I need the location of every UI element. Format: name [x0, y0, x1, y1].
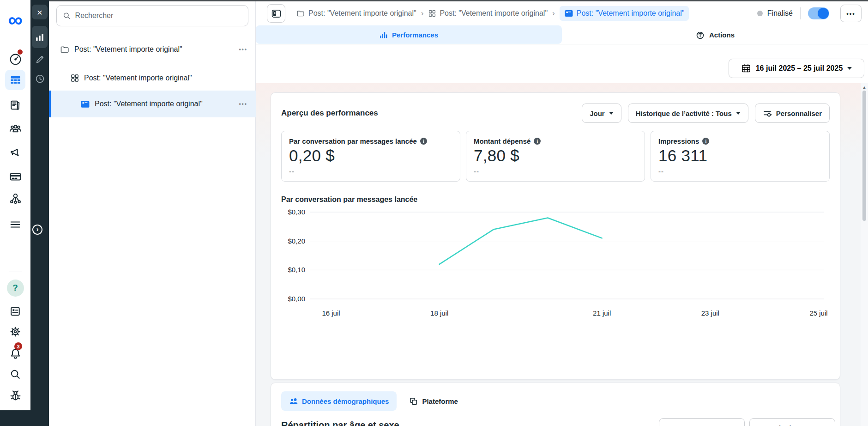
breadcrumb-campaign[interactable]: Post: "Vetement importe original" — [296, 9, 416, 18]
sidebar-item-help[interactable]: ? — [0, 279, 30, 297]
scroll-up-arrow-icon[interactable]: ▲ — [861, 83, 868, 90]
tab-actions[interactable]: Actions — [562, 25, 868, 44]
metric-sub: -- — [658, 167, 822, 175]
performance-chart: $0,30$0,20$0,10$0,0016 juil18 juil21 jui… — [281, 206, 831, 321]
chevron-down-icon — [736, 112, 741, 115]
breadcrumb-label: Post: "Vetement importe original" — [577, 9, 685, 18]
tab-label: Plateforme — [422, 397, 458, 405]
strip-item-history[interactable] — [32, 71, 48, 86]
sidebar-item-overview[interactable] — [0, 52, 30, 67]
view-tabs: Performances Actions — [256, 25, 868, 44]
tab-platform[interactable]: Plateforme — [401, 391, 466, 411]
chevron-right-icon: › — [421, 9, 424, 18]
platform-layers-icon — [409, 397, 418, 406]
breakdown-filter-dropdown[interactable]: Tous — [659, 418, 745, 426]
sidebar-item-billing[interactable] — [0, 169, 30, 184]
svg-text:16 juil: 16 juil — [322, 309, 340, 317]
sidebar-item-assets[interactable] — [0, 190, 30, 206]
breadcrumb-label: Post: "Vetement importe original" — [308, 9, 416, 18]
filter-label: Tous — [689, 424, 705, 426]
strip-item-charts[interactable] — [32, 26, 48, 48]
chevron-right-icon: › — [552, 9, 555, 18]
global-nav-rail: ∞ — [0, 0, 30, 410]
breadcrumb-ad-active[interactable]: Post: "Vetement importe original" — [560, 6, 689, 21]
sidebar-item-audiences[interactable] — [0, 121, 30, 136]
toggle-knob — [818, 8, 829, 19]
sidebar-item-search[interactable] — [0, 367, 30, 382]
main-header: Post: "Vetement importe original" › Post… — [256, 1, 868, 25]
gear-icon — [9, 325, 22, 338]
ad-icon — [80, 99, 90, 109]
tree-row-adset[interactable]: Post: "Vetement importe original" — [49, 68, 256, 88]
status-label: Finalisé — [767, 9, 793, 18]
ad-toggle[interactable] — [808, 7, 829, 19]
activity-label: Historique de l’activité : Tous — [636, 110, 732, 117]
overview-title: Aperçu des performances — [281, 109, 575, 118]
sidebar-item-updates[interactable] — [0, 304, 30, 319]
notifications-badge: 3 — [14, 342, 22, 350]
activity-history-dropdown[interactable]: Historique de l’activité : Tous — [628, 103, 748, 123]
tree-divider — [49, 33, 255, 33]
performance-overview-card: Aperçu des performances Jour Historique … — [271, 92, 840, 380]
collapse-panel-button[interactable] — [267, 4, 285, 23]
metric-sub: -- — [474, 167, 637, 175]
customize-button[interactable]: Personnaliser — [755, 103, 830, 123]
promote-arrow-icon — [695, 30, 705, 40]
granularity-label: Jour — [590, 110, 605, 117]
window-top-edge — [49, 0, 868, 1]
tree-search[interactable] — [56, 5, 248, 26]
sidebar-item-settings[interactable] — [0, 324, 30, 339]
campaigns-table-icon — [9, 74, 22, 86]
svg-text:$0,20: $0,20 — [288, 237, 305, 245]
breakdown-metric-dropdown[interactable]: Résultats — [749, 418, 835, 426]
scrollbar-thumb[interactable] — [862, 91, 866, 221]
chevron-right-icon: › — [36, 226, 39, 232]
metric-label: Impressions — [658, 137, 699, 145]
folder-icon — [60, 45, 70, 55]
sidebar-item-report-bug[interactable] — [0, 387, 30, 403]
pages-icon — [9, 99, 22, 112]
delivery-status: Finalisé — [757, 9, 793, 18]
tab-demographics[interactable]: Données démographiques — [281, 391, 397, 411]
folder-icon — [296, 9, 305, 18]
row-more-icon[interactable]: ••• — [239, 46, 247, 53]
svg-text:25 juil: 25 juil — [809, 309, 827, 317]
sidebar-item-reports[interactable] — [0, 98, 30, 113]
people-icon — [289, 397, 298, 406]
date-range-button[interactable]: 16 juil 2025 – 25 juil 2025 — [729, 59, 864, 78]
info-icon[interactable]: i — [702, 138, 709, 145]
breadcrumb: Post: "Vetement importe original" › Post… — [296, 6, 689, 21]
sidebar-item-ads-manager[interactable] — [0, 70, 30, 90]
meta-logo[interactable]: ∞ — [0, 10, 30, 30]
tree-row-campaign[interactable]: Post: "Vetement importe original" ••• — [49, 40, 256, 59]
search-input[interactable] — [75, 12, 242, 20]
sidebar-item-all-tools[interactable] — [0, 217, 30, 232]
tree-row-ad-selected[interactable]: Post: "Vetement importe original" ••• — [49, 91, 256, 117]
search-icon — [9, 368, 22, 381]
svg-text:18 juil: 18 juil — [430, 309, 448, 317]
close-icon: × — [37, 7, 42, 17]
metric-card-amount-spent: Montant dépensé i 7,80 $ -- — [466, 131, 645, 182]
breadcrumb-adset[interactable]: Post: "Vetement importe original" — [428, 9, 548, 18]
metric-value: 7,80 $ — [474, 146, 637, 165]
customize-label: Personnaliser — [776, 110, 822, 117]
page-scrollbar[interactable]: ▲ — [861, 83, 868, 426]
main-area: Post: "Vetement importe original" › Post… — [256, 0, 868, 426]
row-more-icon[interactable]: ••• — [239, 101, 247, 107]
tab-label: Actions — [709, 31, 735, 39]
sidebar-item-ads[interactable] — [0, 145, 30, 160]
strip-item-edit[interactable] — [32, 52, 48, 67]
header-more-button[interactable]: ••• — [840, 5, 862, 22]
svg-text:$0,10: $0,10 — [288, 266, 305, 274]
tab-performances[interactable]: Performances — [256, 25, 562, 44]
search-icon — [62, 11, 71, 20]
expand-panel-button[interactable]: › — [32, 225, 42, 235]
breakdown-heading: Répartition par âge et sexe — [281, 420, 830, 426]
info-icon[interactable]: i — [534, 138, 541, 145]
info-icon[interactable]: i — [420, 138, 427, 145]
granularity-dropdown[interactable]: Jour — [582, 103, 621, 123]
chevron-down-icon — [609, 112, 614, 115]
close-panel-button[interactable]: × — [32, 5, 48, 19]
svg-text:21 juil: 21 juil — [593, 309, 611, 317]
overview-notification-dot — [18, 49, 23, 55]
